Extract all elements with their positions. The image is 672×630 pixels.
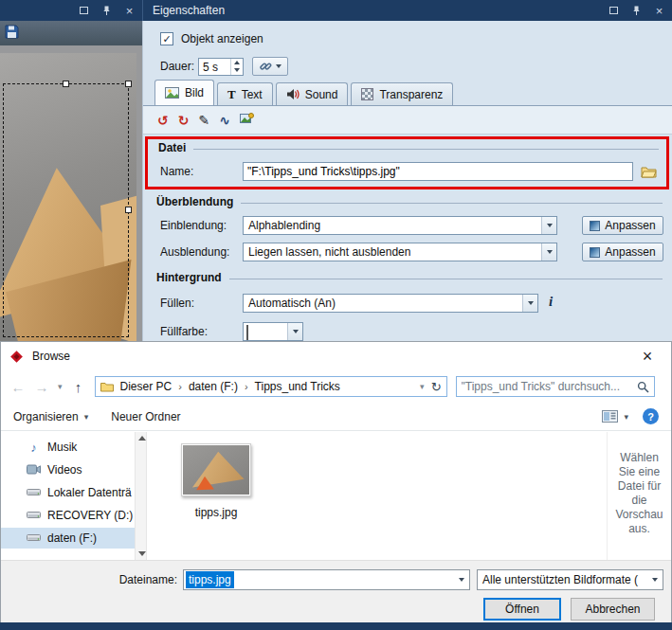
text-icon: T [227,87,236,102]
dropdown-button[interactable] [541,217,556,234]
pen-button[interactable]: ✎ [198,114,209,127]
tab-label: Text [242,88,263,101]
link-duration-button[interactable] [252,57,288,76]
breadcrumb-item[interactable]: Dieser PC [118,380,175,393]
file-name-input[interactable] [243,162,633,181]
fill-color-label: Füllfarbe: [160,325,208,338]
app-statusbar [0,622,672,630]
tab-bild[interactable]: Bild [154,80,214,105]
spin-down-button[interactable] [231,66,243,75]
close-button[interactable]: × [123,4,136,17]
float-window-button[interactable] [78,4,90,17]
color-swatch-black [246,325,248,340]
browse-dialog: Browse × ← → ▾ ↑ Dieser PC › daten (F:) … [0,341,672,622]
save-button[interactable] [5,25,19,42]
browse-file-button[interactable] [636,162,661,181]
float-window-button[interactable] [608,4,620,17]
fade-in-dropdown[interactable]: Alphablending [243,216,557,235]
address-history-button[interactable]: ▾ [420,382,425,391]
search-icon[interactable] [637,381,649,393]
recent-locations-button[interactable]: ▾ [58,382,63,391]
curve-tool-button[interactable]: ∿ [219,114,230,127]
dialog-close-button[interactable]: × [632,347,663,367]
file-list: tipps.jpg [147,432,607,560]
sidebar-item-label: Musik [47,441,77,454]
float-window-icon [80,7,88,14]
search-box [456,376,655,397]
search-input[interactable] [457,380,637,393]
dialog-footer: Dateiname: tipps.jpg Alle unterstützten … [1,560,671,623]
dropdown-button[interactable] [646,570,663,589]
sidebar-item-lokaler-datentraeger[interactable]: Lokaler Datenträ [1,482,135,503]
sidebar-scrollbar[interactable] [135,432,147,560]
refresh-button[interactable]: ↻ [431,380,442,394]
fill-color-picker[interactable] [243,322,303,341]
help-button[interactable]: ? [643,408,659,424]
rotate-left-button[interactable]: ↺ [157,114,169,127]
file-thumbnail-tipps-jpg[interactable] [181,443,251,496]
selection-handle-top-right[interactable] [125,81,132,87]
address-bar[interactable]: Dieser PC › daten (F:) › Tipps_und Trick… [95,376,447,397]
selection-handle-right[interactable] [125,207,132,213]
pin-button[interactable] [100,4,113,17]
tab-transparenz[interactable]: Transparenz [351,82,453,105]
view-mode-button[interactable]: ▾ [602,410,628,423]
breadcrumb-item[interactable]: daten (F:) [186,380,241,393]
duration-row: Dauer: 5 s [160,57,288,76]
fade-out-dropdown[interactable]: Liegen lassen, nicht ausblenden [243,243,557,261]
adjust-icon [590,221,600,231]
arrow-up-icon [234,61,240,64]
cancel-button[interactable]: Abbrechen [571,598,655,621]
file-name-caption[interactable]: tipps.jpg [154,506,278,519]
fill-dropdown[interactable]: Automatisch (An) [243,294,538,313]
organize-button[interactable]: Organisieren ▾ [13,410,88,423]
sidebar-item-videos[interactable]: Videos [1,459,135,480]
dropdown-button[interactable] [522,295,537,312]
dropdown-button[interactable] [453,570,469,589]
filetype-combobox[interactable]: Alle unterstützten Bildformate ( [477,569,663,590]
forward-button[interactable]: → [34,379,49,395]
rotate-right-button[interactable]: ↻ [178,114,190,127]
section-heading-ueberblendung: Überblendung [156,195,663,208]
scroll-down-button[interactable] [138,551,146,556]
sidebar-item-musik[interactable]: ♪ Musik [1,437,135,458]
navigation-sidebar: ♪ Musik Videos Lokaler Datenträ RECOVERY… [1,432,135,560]
properties-titlebar: Eigenschaften × [142,0,672,21]
info-icon[interactable]: i [549,294,553,310]
up-button[interactable]: ↑ [71,379,86,395]
spin-up-button[interactable] [231,59,243,67]
image-effects-button[interactable] [240,113,254,128]
sidebar-item-recovery-d[interactable]: RECOVERY (D:) [1,505,135,526]
object-visible-checkbox[interactable]: ✓ [160,32,173,45]
color-swatch[interactable] [244,323,287,340]
arrow-down-icon [234,68,240,72]
drive-icon [27,487,41,499]
open-button[interactable]: Öffnen [483,598,561,621]
tab-text[interactable]: T Text [217,82,273,105]
pin-button[interactable] [630,4,643,17]
fade-in-adjust-button[interactable]: Anpassen [582,216,663,235]
view-mode-icon [602,410,618,423]
duration-stepper[interactable]: 5 s [198,58,244,76]
tab-sound[interactable]: Sound [276,82,349,105]
close-button[interactable]: × [653,4,665,17]
music-icon: ♪ [27,441,41,454]
breadcrumb-item[interactable]: Tipps_und Tricks [252,380,343,393]
fade-out-adjust-button[interactable]: Anpassen [582,243,663,261]
sidebar-item-daten-f[interactable]: daten (F:) [1,528,135,549]
preview-hint-text: Wählen Sie eine Datei für die Vorschau a… [610,451,668,536]
dialog-titlebar: Browse × [1,342,671,370]
object-visible-row: ✓ Objekt anzeigen [160,32,263,45]
dropdown-button[interactable] [541,243,556,261]
selection-rectangle[interactable] [3,83,129,337]
dropdown-button[interactable] [287,323,302,340]
scroll-up-button[interactable] [138,436,146,441]
spin-buttons [230,59,243,75]
wood-triangle [188,450,246,492]
breadcrumb-separator: › [245,381,248,392]
tab-label: Bild [185,86,204,99]
new-folder-button[interactable]: Neuer Ordner [111,410,180,423]
filename-combobox[interactable]: tipps.jpg [183,569,470,590]
back-button[interactable]: ← [10,379,26,395]
selection-handle-top[interactable] [63,81,69,87]
